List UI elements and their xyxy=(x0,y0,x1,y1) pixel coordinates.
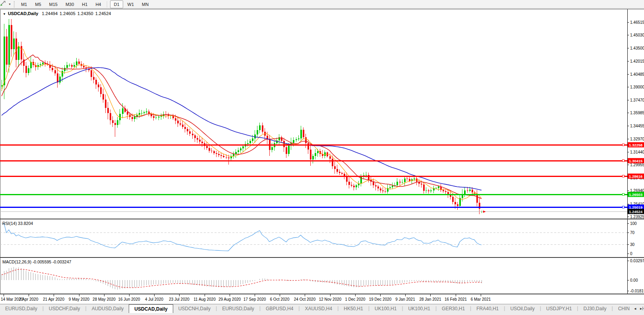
svg-text:1.34455: 1.34455 xyxy=(630,124,644,128)
chart-tab-gbpusd-h4[interactable]: GBPUSD,H4 xyxy=(261,304,298,313)
open-value: 1.24494 xyxy=(42,11,58,16)
svg-text:1.32970: 1.32970 xyxy=(630,137,644,141)
svg-text:16 Jun 2020: 16 Jun 2020 xyxy=(118,297,140,302)
chart-frame xyxy=(0,9,644,294)
svg-text:1.25019: 1.25019 xyxy=(629,205,642,209)
svg-text:1.43500: 1.43500 xyxy=(630,46,644,50)
svg-text:1.45030: 1.45030 xyxy=(630,33,644,37)
svg-text:70: 70 xyxy=(630,230,635,235)
ma-7-line xyxy=(2,46,482,199)
svg-text:1.24524: 1.24524 xyxy=(629,209,643,214)
panel-separators xyxy=(0,219,644,294)
macd-signal-line xyxy=(2,269,482,288)
hline-handle xyxy=(623,194,625,196)
chart-canvas[interactable]: 1.465151.450301.435001.420151.404851.390… xyxy=(0,0,644,315)
rsi-indicator-label: RSI(14) 33.8204 xyxy=(2,221,33,226)
svg-text:1.23925: 1.23925 xyxy=(630,215,644,219)
tab-scroll-arrows: ◂ ▸ xyxy=(630,306,642,311)
svg-text:11 Aug 2020: 11 Aug 2020 xyxy=(193,297,216,302)
chart-tab-eurusd-daily[interactable]: EURUSD,Daily xyxy=(217,304,259,313)
svg-text:1.32258: 1.32258 xyxy=(629,143,642,147)
chart-title: ▼USDCAD,Daily1.244941.246051.243501.2452… xyxy=(3,11,113,16)
chart-tab-usdcnh-daily[interactable]: USDCNH,Daily xyxy=(173,304,216,313)
chart-tab-dj30-daily[interactable]: DJ30,Daily xyxy=(578,304,611,313)
timeframe-button-m30[interactable]: M30 xyxy=(62,0,77,8)
svg-text:-0.018154: -0.018154 xyxy=(630,289,644,293)
mt4-chart-window: ▼ M1M5M15M30H1H4D1W1MN 1.465151.450301.4… xyxy=(0,0,644,315)
chart-tab-uk100-h1[interactable]: UK100,H1 xyxy=(403,304,435,313)
tab-scroll-right-icon[interactable]: ▸ xyxy=(640,306,642,311)
collapse-panel-icon[interactable]: ▼ xyxy=(3,12,6,16)
low-value: 1.24350 xyxy=(77,11,93,16)
high-value: 1.24605 xyxy=(60,11,75,16)
price-axis[interactable]: 1.465151.450301.435001.420151.404851.390… xyxy=(627,9,644,294)
chart-tab-usdchf-daily[interactable]: USDCHF,Daily xyxy=(44,304,85,313)
svg-text:0.032972: 0.032972 xyxy=(630,259,644,263)
timeframe-button-h4[interactable]: H4 xyxy=(92,0,104,8)
svg-text:1.42015: 1.42015 xyxy=(630,59,644,63)
chart-cursor-icon[interactable] xyxy=(0,1,8,8)
timeframe-button-m15[interactable]: M15 xyxy=(46,0,61,8)
svg-text:9 Jan 2021: 9 Jan 2021 xyxy=(395,297,415,302)
tab-scroll-left-icon[interactable]: ◂ xyxy=(634,306,636,311)
rsi-value: 33.8204 xyxy=(18,221,33,226)
svg-text:24 Oct 2020: 24 Oct 2020 xyxy=(294,297,316,302)
svg-text:2 Apr 2020: 2 Apr 2020 xyxy=(19,297,39,302)
chart-tab-usoil-daily[interactable]: USOil,Daily xyxy=(505,304,540,313)
svg-text:1.28616: 1.28616 xyxy=(629,174,642,179)
chart-tab-hk50-h1[interactable]: HK50,H1 xyxy=(338,304,368,313)
timeframe-button-h1[interactable]: H1 xyxy=(78,0,91,8)
svg-text:1.30415: 1.30415 xyxy=(629,159,643,163)
candlestick-series[interactable] xyxy=(1,19,483,214)
ma-13-line xyxy=(2,55,482,199)
svg-text:19 Dec 2020: 19 Dec 2020 xyxy=(369,297,392,302)
macd-panel: 0.0329720.00-0.018154 xyxy=(2,259,644,293)
svg-text:12 Nov 2020: 12 Nov 2020 xyxy=(319,297,342,302)
chart-tabbar: EURUSD,Daily|USDCHF,Daily|AUDUSD,DailyUS… xyxy=(0,304,644,315)
timeframe-button-mn[interactable]: MN xyxy=(138,0,152,8)
svg-text:1.31440: 1.31440 xyxy=(630,150,644,154)
rsi-line xyxy=(2,223,482,251)
chart-tab-usdcad-daily[interactable]: USDCAD,Daily xyxy=(129,304,173,313)
macd-signal-value: -0.003247 xyxy=(52,259,71,264)
close-value: 1.24524 xyxy=(95,11,111,16)
timeframe-button-w1[interactable]: W1 xyxy=(124,0,138,8)
svg-text:23 Jul 2020: 23 Jul 2020 xyxy=(169,297,190,302)
svg-text:9 May 2020: 9 May 2020 xyxy=(69,297,90,302)
svg-text:0.00: 0.00 xyxy=(630,278,638,282)
support-resistance-lines[interactable] xyxy=(0,144,627,208)
hline-handle xyxy=(623,175,625,177)
chart-tab-audusd-daily[interactable]: AUDUSD,Daily xyxy=(87,304,129,313)
timeframe-button-d1[interactable]: D1 xyxy=(110,0,123,8)
svg-text:1 Dec 2020: 1 Dec 2020 xyxy=(345,297,366,302)
svg-text:28 May 2020: 28 May 2020 xyxy=(93,297,116,302)
macd-indicator-label: MACD(12,26,9) -0.005595 -0.003247 xyxy=(2,259,71,264)
chart-tab-eurusd-daily[interactable]: EURUSD,Daily xyxy=(0,304,43,313)
svg-text:0: 0 xyxy=(630,252,632,256)
chart-tab-fra40-h1[interactable]: FRA40,H1 xyxy=(471,304,504,313)
toolbar-grip xyxy=(14,1,15,8)
svg-text:17 Sep 2020: 17 Sep 2020 xyxy=(244,297,266,302)
timeframe-toolbar: ▼ M1M5M15M30H1H4D1W1MN xyxy=(0,0,644,9)
ma-45-line xyxy=(2,67,482,190)
svg-text:6 Oct 2020: 6 Oct 2020 xyxy=(270,297,290,302)
chart-tab-uk100-h1[interactable]: UK100,H1 xyxy=(369,304,402,313)
toolbar-separator xyxy=(107,1,108,8)
svg-text:1.35985: 1.35985 xyxy=(630,111,644,115)
svg-text:100: 100 xyxy=(630,221,637,226)
chart-tab-ger30-h1[interactable]: GER30,H1 xyxy=(437,304,470,313)
chevron-down-icon[interactable]: ▼ xyxy=(8,3,11,6)
timeframe-button-m1[interactable]: M1 xyxy=(17,0,31,8)
svg-text:21 Apr 2020: 21 Apr 2020 xyxy=(43,297,64,302)
macd-main-value: -0.005595 xyxy=(33,259,51,264)
svg-text:30: 30 xyxy=(630,242,635,247)
timeframe-button-m5[interactable]: M5 xyxy=(31,0,44,8)
chart-tab-xauusd-h4[interactable]: XAUUSD,H4 xyxy=(300,304,337,313)
date-axis[interactable]: 14 Mar 20202 Apr 202021 Apr 20209 May 20… xyxy=(1,294,491,302)
rsi-panel: 10070300 xyxy=(0,221,637,256)
svg-text:1.26503: 1.26503 xyxy=(629,192,642,197)
svg-text:29 Aug 2020: 29 Aug 2020 xyxy=(219,297,241,302)
svg-text:4 Jul 2020: 4 Jul 2020 xyxy=(145,297,164,302)
chart-tab-usdjpy-h1[interactable]: USDJPY,H1 xyxy=(541,304,577,313)
svg-text:14 Mar 2020: 14 Mar 2020 xyxy=(1,297,23,302)
